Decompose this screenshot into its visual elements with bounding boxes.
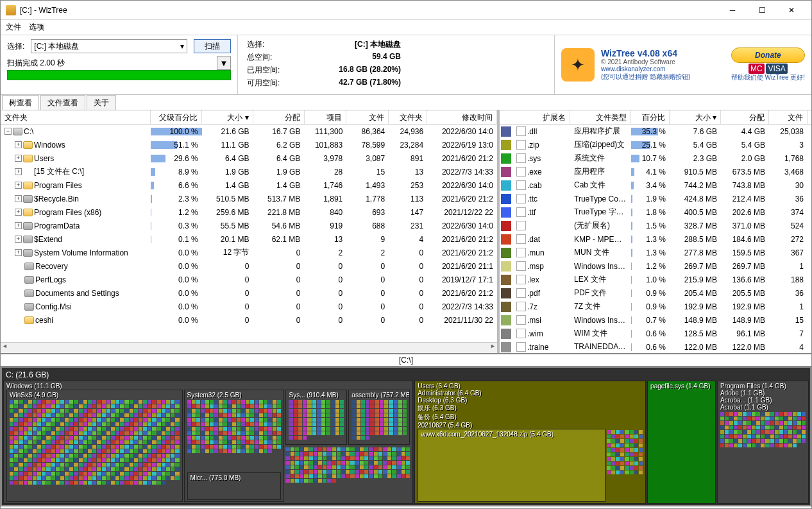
scan-button[interactable]: 扫描	[194, 39, 231, 53]
view-tabs: 树查看 文件查看 关于	[1, 95, 811, 110]
tree-col-header[interactable]: 项目	[305, 110, 347, 124]
tree-row[interactable]: + Program Files6.6 %1.4 GB1.4 GB1,7461,4…	[1, 178, 497, 192]
tab-files[interactable]: 文件查看	[40, 95, 85, 110]
tree-row[interactable]: + System Volume Information0.0 %12 字节022…	[1, 246, 497, 259]
folder-icon	[24, 303, 34, 311]
ext-color-swatch	[501, 261, 511, 272]
tree-body[interactable]: − C:\100.0 %21.6 GB16.7 GB111,30086,3642…	[1, 125, 497, 342]
folder-icon	[24, 276, 34, 284]
expand-toggle[interactable]: +	[15, 168, 22, 175]
file-type-icon	[516, 248, 526, 257]
tree-col-header[interactable]: 文件夹	[1, 110, 151, 124]
ext-col-header[interactable]: 大小 ▾	[670, 110, 721, 124]
ext-row[interactable]: .traineTRAINEDDATA 文0.6 %122.0 MB122.0 M…	[500, 340, 811, 353]
menu-options[interactable]: 选项	[29, 22, 44, 33]
tree-row[interactable]: Config.Msi0.0 %000002022/7/3 14:33	[1, 300, 497, 313]
folder-icon	[23, 209, 33, 216]
tree-row[interactable]: + $Extend0.1 %20.1 MB62.1 MB13942021/6/2…	[1, 232, 497, 246]
folder-icon	[23, 195, 33, 203]
ext-row[interactable]: .zip压缩(zipped)文25.1 %5.4 GB5.4 GB3	[500, 138, 811, 151]
drive-icon	[13, 128, 22, 135]
folder-icon	[23, 141, 33, 149]
app-url-link[interactable]: www.diskanalyzer.com	[601, 65, 725, 73]
ext-row[interactable]: .exe应用程序4.1 %910.5 MB673.5 MB3,468	[500, 165, 811, 178]
expand-toggle[interactable]: +	[15, 195, 22, 202]
ext-color-swatch	[501, 248, 511, 258]
folder-icon	[23, 182, 33, 189]
tree-row[interactable]: + Program Files (x86)1.2 %259.6 MB221.8 …	[1, 205, 497, 219]
treemap[interactable]: C: (21.6 GB) Windows (11.1 GB) WinSxS (4…	[1, 367, 811, 506]
expand-toggle[interactable]: −	[4, 128, 12, 135]
tab-tree[interactable]: 树查看	[2, 95, 39, 110]
ext-body[interactable]: .dll应用程序扩展35.3 %7.6 GB4.4 GB25,038 .zip压…	[500, 125, 811, 353]
scan-status: 扫描完成 2.00 秒	[7, 58, 65, 69]
ext-row[interactable]: .sys系统文件10.7 %2.3 GB2.0 GB1,768	[500, 151, 811, 165]
folder-icon	[23, 222, 33, 230]
folder-icon	[23, 249, 33, 257]
expand-toggle[interactable]: +	[15, 222, 22, 229]
chevron-down-icon: ▾	[180, 42, 184, 51]
ext-col-header[interactable]: 扩展名	[512, 110, 570, 124]
tree-row[interactable]: + [15 文件在 C:\]8.9 %1.9 GB1.9 GB281513202…	[1, 165, 497, 178]
tree-row[interactable]: − C:\100.0 %21.6 GB16.7 GB111,30086,3642…	[1, 125, 497, 138]
ext-color-swatch	[501, 275, 511, 285]
tree-col-header[interactable]: 修改时间	[427, 110, 497, 124]
tree-col-header[interactable]: 大小 ▾	[202, 110, 253, 124]
ext-row[interactable]: .dll应用程序扩展35.3 %7.6 GB4.4 GB25,038	[500, 125, 811, 138]
ext-color-swatch	[501, 302, 511, 312]
tree-row[interactable]: PerfLogs0.0 %000002019/12/7 17:1	[1, 273, 497, 286]
ext-row[interactable]: .munMUN 文件1.3 %277.8 MB159.5 MB367	[500, 246, 811, 259]
status-path: [C:\]	[1, 354, 811, 367]
ext-col-header[interactable]: 文件	[769, 110, 808, 124]
drive-select[interactable]: [C:] 本地磁盘 ▾	[31, 39, 187, 53]
ext-col-header[interactable]: 文件类型	[570, 110, 631, 124]
menu-file[interactable]: 文件	[6, 22, 21, 33]
ext-col-header[interactable]: 分配	[721, 110, 769, 124]
maximize-button[interactable]: ☐	[747, 1, 777, 19]
tree-col-header[interactable]: 父级百分比	[151, 110, 202, 124]
expand-toggle[interactable]: +	[15, 236, 22, 243]
tree-col-header[interactable]: 文件夹	[389, 110, 427, 124]
expand-toggle[interactable]: +	[15, 249, 22, 256]
ext-row[interactable]: .7z7Z 文件0.9 %192.9 MB192.9 MB1	[500, 300, 811, 313]
close-button[interactable]: ✕	[777, 1, 806, 19]
tree-row[interactable]: + $Recycle.Bin2.3 %510.5 MB513.7 MB1,891…	[1, 192, 497, 205]
ext-row[interactable]: .lexLEX 文件1.0 %215.9 MB136.6 MB188	[500, 273, 811, 286]
ext-row[interactable]: .pdfPDF 文件0.9 %205.4 MB205.5 MB36	[500, 286, 811, 300]
filter-button[interactable]: ▼	[217, 56, 231, 70]
ext-row[interactable]: (无扩展名)1.5 %328.7 MB371.0 MB524	[500, 219, 811, 232]
main-content: 文件夹父级百分比大小 ▾分配项目文件文件夹修改时间 − C:\100.0 %21…	[1, 110, 811, 354]
titlebar: [C:] - WizTree ─ ☐ ✕	[1, 1, 811, 20]
ext-row[interactable]: .mspWindows Installe1.2 %269.7 MB269.7 M…	[500, 259, 811, 273]
ext-color-swatch	[501, 329, 511, 339]
ext-row[interactable]: .ttcTrueType Collect1.9 %424.8 MB212.4 M…	[500, 192, 811, 205]
expand-toggle[interactable]: +	[15, 141, 22, 148]
disk-info: 选择:[C:] 本地磁盘 总空间:59.4 GB 已用空间:16.8 GB (2…	[238, 35, 555, 94]
expand-toggle[interactable]: +	[15, 155, 22, 162]
ext-row[interactable]: .ttfTrueType 字体文1.8 %400.5 MB202.6 MB374	[500, 205, 811, 219]
ext-row[interactable]: .msiWindows Installe0.7 %148.9 MB148.9 M…	[500, 313, 811, 327]
donate-button[interactable]: Donate	[731, 47, 805, 63]
tree-col-header[interactable]: 分配	[253, 110, 305, 124]
ext-row[interactable]: .cabCab 文件3.4 %744.2 MB743.8 MB30	[500, 178, 811, 192]
tree-row[interactable]: + ProgramData0.3 %55.5 MB54.6 MB91968823…	[1, 219, 497, 232]
tree-row[interactable]: Documents and Settings0.0 %000002021/6/2…	[1, 286, 497, 300]
tree-row[interactable]: + Windows51.1 %11.1 GB6.2 GB101,88378,59…	[1, 138, 497, 151]
minimize-button[interactable]: ─	[718, 1, 747, 19]
tree-row[interactable]: Recovery0.0 %000002021/6/20 21:1	[1, 259, 497, 273]
expand-toggle[interactable]: +	[15, 209, 22, 216]
tree-hscroll[interactable]	[1, 342, 497, 353]
expand-toggle[interactable]: +	[15, 182, 22, 189]
file-type-icon	[516, 167, 526, 177]
ext-row[interactable]: .wimWIM 文件0.6 %128.5 MB96.1 MB7	[500, 327, 811, 340]
tree-col-header[interactable]: 文件	[346, 110, 389, 124]
ext-row[interactable]: .datKMP - MPEG Mo1.3 %288.5 MB184.6 MB27…	[500, 232, 811, 246]
file-type-icon	[516, 140, 526, 150]
folder-icon	[23, 155, 33, 162]
folder-icon	[24, 289, 34, 297]
select-label: 选择:	[7, 41, 24, 52]
tree-row[interactable]: ceshi0.0 %000002021/11/30 22	[1, 313, 497, 327]
tab-about[interactable]: 关于	[87, 95, 116, 110]
tree-row[interactable]: + Users29.6 %6.4 GB6.4 GB3,9783,08789120…	[1, 151, 497, 165]
ext-col-header[interactable]: 百分比	[631, 110, 670, 124]
